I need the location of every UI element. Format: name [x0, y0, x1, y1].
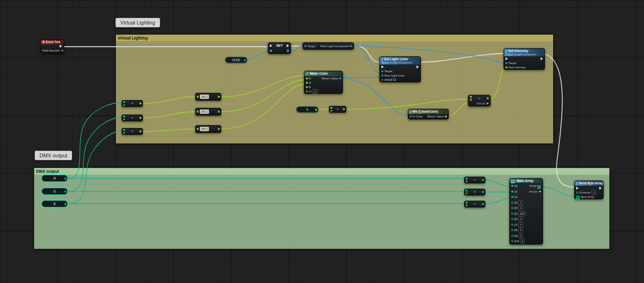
exec-out-pin[interactable]	[599, 187, 602, 190]
out-pin[interactable]	[139, 130, 141, 132]
add-pin-label[interactable]: Add pin	[477, 102, 486, 105]
exec-out-pin[interactable]	[287, 44, 289, 47]
comment-virtual-lighting-header[interactable]: Virtual Lighting	[116, 35, 553, 41]
component-out-pin[interactable]	[350, 45, 352, 47]
target-in-pin[interactable]	[505, 62, 507, 64]
add-pin-icon[interactable]: ✚	[539, 190, 541, 193]
in-pin[interactable]	[197, 128, 199, 130]
out-pin[interactable]	[139, 117, 141, 119]
elem-value-field[interactable]: 0	[518, 233, 523, 238]
a-value-field[interactable]: 1.0	[312, 89, 318, 94]
node-multiply-r[interactable]: ×	[122, 100, 143, 107]
add-pin-label[interactable]: Add pin	[529, 190, 538, 193]
return-value-pin[interactable]	[445, 116, 447, 117]
g-in-pin[interactable]	[306, 82, 308, 84]
out-pin[interactable]	[482, 203, 484, 205]
elem-4-pin[interactable]	[511, 207, 513, 209]
node-make-color[interactable]: Make Color R Return Value G B A 1.0	[304, 71, 343, 94]
elem-value-field[interactable]: 0	[518, 200, 523, 205]
elem-value-field[interactable]: 0	[518, 222, 523, 227]
variable-out-pin[interactable]	[244, 59, 246, 61]
elem-value-field[interactable]: 0	[518, 217, 523, 221]
node-rect-light-component[interactable]: Target Rect Light Component	[303, 42, 354, 50]
elem-0-pin[interactable]	[511, 185, 513, 187]
node-set-xled[interactable]: SET	[268, 42, 291, 54]
variable-out-pin[interactable]	[315, 109, 317, 111]
exec-in-pin[interactable]	[270, 44, 272, 47]
node-multiply-b[interactable]: ×	[122, 128, 143, 135]
variable-g[interactable]: G	[41, 188, 68, 195]
r-in-pin[interactable]	[306, 77, 308, 79]
node-event-tick[interactable]: ❖ Event Tick Delta Seconds	[40, 39, 64, 53]
blueprint-canvas[interactable]: Virtual Lighting DMX output	[0, 0, 644, 283]
exec-out-pin[interactable]	[417, 65, 419, 68]
elem-1-pin[interactable]	[511, 191, 513, 193]
in-color-pin[interactable]	[410, 116, 412, 117]
node-multiply-v[interactable]: ×	[329, 106, 346, 113]
out-pin[interactable]	[218, 96, 220, 98]
return-value-pin[interactable]	[339, 77, 341, 79]
elem-3-pin[interactable]	[511, 202, 513, 204]
value-field[interactable]: 255.0	[200, 127, 209, 131]
array-out-pin[interactable]	[537, 185, 539, 187]
in-pin[interactable]	[197, 111, 199, 113]
exec-in-pin[interactable]	[381, 65, 384, 68]
elem-9-pin[interactable]	[511, 235, 513, 237]
node-dmx-multiply-r[interactable]: ×	[464, 177, 485, 183]
add-pin-icon[interactable]: ✚	[486, 102, 489, 105]
value-field[interactable]: 255.0	[200, 94, 209, 99]
comment-dmx-output-header[interactable]: DMX output	[34, 168, 609, 175]
srgb-checkbox[interactable]	[393, 78, 396, 81]
in-pin[interactable]	[197, 96, 199, 98]
exec-out-pin[interactable]	[541, 57, 543, 60]
value-out-pin[interactable]	[287, 50, 289, 52]
a-in-pin[interactable]	[306, 90, 308, 92]
elem-value-field[interactable]: 0	[520, 239, 525, 244]
exec-out-pin[interactable]	[60, 45, 62, 48]
variable-out-pin[interactable]	[64, 191, 66, 193]
elem-10-pin[interactable]	[511, 240, 513, 242]
variable-v[interactable]: V	[296, 106, 318, 113]
out-pin[interactable]	[482, 191, 484, 193]
universe-value-field[interactable]: 0	[592, 190, 596, 195]
node-mix-linearcolor[interactable]: ƒ Mix (LinearColor) In Color Return Valu…	[408, 109, 449, 119]
target-in-pin[interactable]	[381, 70, 383, 72]
node-divide-255-r[interactable]: 255.0	[195, 93, 221, 101]
elem-8-pin[interactable]	[511, 229, 513, 231]
elem-2-pin[interactable]	[511, 196, 513, 198]
out-pin[interactable]	[343, 108, 345, 110]
variable-out-pin[interactable]	[64, 178, 66, 180]
delta-seconds-pin[interactable]	[62, 50, 63, 51]
out-pin[interactable]	[487, 97, 489, 99]
out-pin[interactable]	[218, 111, 220, 113]
node-set-intensity[interactable]: ƒ Set Intensity Target is Light Componen…	[504, 48, 545, 70]
universe-pin[interactable]	[576, 192, 578, 193]
out-pin[interactable]	[139, 103, 141, 104]
out-pin[interactable]	[482, 179, 484, 181]
node-dmx-multiply-b[interactable]: ×	[464, 201, 485, 207]
elem-value-field[interactable]: 255	[518, 211, 526, 216]
byte-array-pin[interactable]	[576, 196, 578, 197]
new-light-color-pin[interactable]	[381, 75, 383, 77]
node-set-light-color[interactable]: ƒ Set Light Color Target is Light Compon…	[379, 56, 421, 82]
exec-in-pin[interactable]	[505, 57, 508, 60]
in-a-pin[interactable]	[470, 96, 472, 98]
variable-b[interactable]: B	[41, 200, 68, 207]
in-b-pin[interactable]	[470, 99, 472, 101]
node-make-array[interactable]: Make Array [0] Array [1] Add pin ✚ [2] […	[509, 178, 543, 244]
elem-7-pin[interactable]	[511, 224, 513, 226]
node-divide-255-g[interactable]: 255.0	[195, 108, 221, 116]
elem-6-pin[interactable]	[511, 218, 513, 220]
out-pin[interactable]	[218, 128, 220, 130]
elem-5-pin[interactable]	[511, 213, 513, 215]
node-dmx-multiply-g[interactable]: ×	[464, 189, 485, 195]
node-send-byte-array[interactable]: ƒ Send Byte Array Universe 0 Byte Array	[574, 180, 604, 199]
node-multiply-g[interactable]: ×	[122, 115, 143, 121]
variable-xled[interactable]: XLED	[225, 57, 247, 63]
new-intensity-pin[interactable]	[505, 66, 507, 68]
value-field[interactable]: 255.0	[200, 109, 209, 114]
node-divide-255-b[interactable]: 255.0	[195, 125, 221, 133]
variable-r[interactable]: R	[41, 175, 68, 182]
node-multiply-addpin[interactable]: × Add pin ✚	[468, 95, 491, 106]
exec-in-pin[interactable]	[576, 187, 579, 190]
